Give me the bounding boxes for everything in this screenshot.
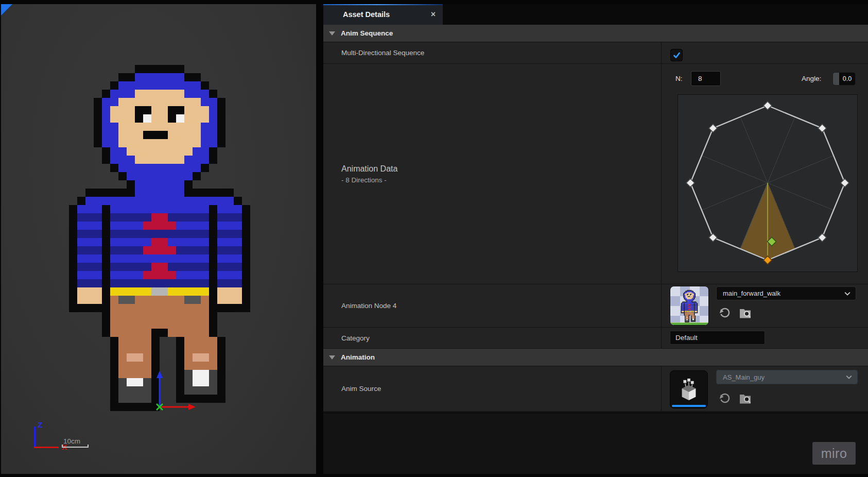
collapse-triangle-icon[interactable]: [329, 355, 335, 360]
corner-gizmo-z-axis: [34, 427, 36, 448]
n-input[interactable]: 8: [691, 71, 721, 86]
property-sublabel: - 8 Directions -: [341, 176, 661, 184]
close-icon[interactable]: ×: [431, 10, 436, 19]
property-label: Anim Source: [341, 385, 661, 393]
tab-asset-details[interactable]: Asset Details ×: [323, 4, 443, 25]
translate-gizmo-icon[interactable]: [153, 367, 201, 414]
panel-empty-area: [323, 413, 868, 474]
n-label: N:: [675, 75, 683, 82]
scale-label: 10cm: [63, 437, 80, 445]
browse-to-asset-icon[interactable]: [738, 306, 752, 319]
property-label: Category: [341, 334, 661, 342]
character-sprite: [69, 65, 250, 411]
corner-gizmo-x-axis: [34, 447, 59, 448]
selected-indicator: [672, 405, 706, 407]
character-thumbnail-sprite: [681, 290, 698, 322]
property-label: Animation Node 4: [341, 302, 661, 310]
section-anim-sequence[interactable]: Anim Sequence: [323, 25, 868, 42]
app-window: Z X 10cm Asset Details × Anim Sequence M…: [0, 0, 868, 477]
angle-input[interactable]: 0.0: [832, 72, 856, 86]
row-anim-source: Anim Source: [323, 366, 868, 412]
chevron-down-icon: [846, 375, 852, 379]
category-input[interactable]: Default: [670, 331, 765, 345]
anim-source-dropdown[interactable]: AS_Main_guy: [716, 370, 858, 384]
animation-node-dropdown[interactable]: main_forward_walk: [716, 286, 856, 300]
direction-selector-widget[interactable]: [678, 94, 858, 272]
scale-bar: [62, 447, 89, 448]
property-label: Multi-Directional Sequence: [341, 49, 661, 57]
section-animation[interactable]: Animation: [323, 349, 868, 366]
spinner-grip[interactable]: [833, 73, 839, 85]
row-animation-node: Animation Node 4 main_forward_walk: [323, 284, 868, 328]
animation-thumbnail[interactable]: [670, 286, 709, 326]
checkmark-icon: [672, 52, 681, 59]
browse-to-asset-icon[interactable]: [738, 391, 752, 405]
use-selected-asset-icon[interactable]: [718, 306, 732, 319]
section-title: Anim Sequence: [341, 29, 393, 37]
collapse-triangle-icon[interactable]: [329, 31, 335, 36]
asset-cube-icon: [677, 377, 701, 402]
anim-source-thumbnail[interactable]: [670, 370, 708, 408]
row-category: Category Default: [323, 328, 868, 349]
asset-details-panel: Asset Details × Anim Sequence Multi-Dire…: [323, 4, 868, 474]
section-title: Animation: [341, 353, 375, 361]
chevron-down-icon: [844, 292, 850, 296]
sprite-viewport[interactable]: Z X 10cm: [1, 4, 316, 474]
tab-bar: Asset Details ×: [323, 4, 868, 25]
use-selected-asset-icon[interactable]: [718, 391, 732, 405]
angle-label: Angle:: [802, 75, 821, 82]
viewport-focus-corner-icon: [1, 4, 12, 15]
multi-directional-checkbox[interactable]: [670, 49, 683, 61]
thumbnail-ground: [670, 322, 708, 325]
tab-title: Asset Details: [343, 10, 431, 19]
row-animation-data: Animation Data - 8 Directions - N: 8 Ang…: [323, 64, 868, 284]
axis-z-label: Z: [38, 420, 42, 429]
watermark-badge: miro: [812, 442, 856, 465]
property-label: Animation Data: [341, 164, 661, 174]
row-multi-directional: Multi-Directional Sequence: [323, 42, 868, 64]
